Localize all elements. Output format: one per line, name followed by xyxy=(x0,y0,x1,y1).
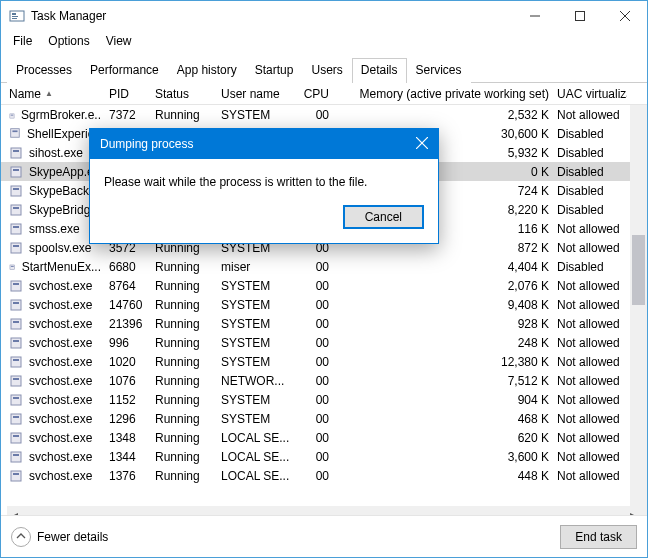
process-pid: 14760 xyxy=(107,298,153,312)
process-memory: 248 K xyxy=(335,336,555,350)
table-row[interactable]: svchost.exe1376RunningLOCAL SE...00448 K… xyxy=(1,466,647,485)
svg-rect-30 xyxy=(11,319,21,329)
dialog-title: Dumping process xyxy=(100,137,193,151)
process-name: SgrmBroker.e.. xyxy=(21,108,101,122)
dialog-titlebar[interactable]: Dumping process xyxy=(90,129,438,159)
svg-rect-33 xyxy=(13,340,19,342)
process-status: Running xyxy=(153,260,219,274)
process-cpu: 00 xyxy=(297,469,335,483)
process-pid: 8764 xyxy=(107,279,153,293)
tab-strip: Processes Performance App history Startu… xyxy=(1,51,647,83)
fewer-details-button[interactable]: Fewer details xyxy=(11,527,108,547)
svg-rect-3 xyxy=(12,18,17,19)
menu-view[interactable]: View xyxy=(98,32,140,50)
process-user: SYSTEM xyxy=(219,279,297,293)
process-name: svchost.exe xyxy=(29,317,92,331)
svg-rect-16 xyxy=(11,186,21,196)
process-name: spoolsv.exe xyxy=(29,241,91,255)
col-header-cpu[interactable]: CPU xyxy=(297,87,335,101)
process-uac: Not allowed xyxy=(555,412,627,426)
tab-startup[interactable]: Startup xyxy=(246,58,303,83)
minimize-button[interactable] xyxy=(512,1,557,31)
col-header-status[interactable]: Status xyxy=(153,87,219,101)
end-task-button[interactable]: End task xyxy=(560,525,637,549)
process-uac: Not allowed xyxy=(555,393,627,407)
table-row[interactable]: svchost.exe1076RunningNETWOR...007,512 K… xyxy=(1,371,647,390)
tab-services[interactable]: Services xyxy=(407,58,471,83)
process-name: svchost.exe xyxy=(29,374,92,388)
process-uac: Not allowed xyxy=(555,317,627,331)
process-status: Running xyxy=(153,450,219,464)
svg-rect-45 xyxy=(13,454,19,456)
process-name: svchost.exe xyxy=(29,412,92,426)
svg-rect-9 xyxy=(11,114,14,115)
process-uac: Not allowed xyxy=(555,298,627,312)
process-status: Running xyxy=(153,336,219,350)
process-uac: Not allowed xyxy=(555,336,627,350)
process-status: Running xyxy=(153,412,219,426)
menu-options[interactable]: Options xyxy=(40,32,97,50)
process-name: svchost.exe xyxy=(29,336,92,350)
table-row[interactable]: svchost.exe8764RunningSYSTEM002,076 KNot… xyxy=(1,276,647,295)
process-memory: 2,076 K xyxy=(335,279,555,293)
process-user: SYSTEM xyxy=(219,317,297,331)
svg-rect-15 xyxy=(13,169,19,171)
col-header-uac[interactable]: UAC virtualizat xyxy=(555,87,627,101)
table-row[interactable]: svchost.exe1344RunningLOCAL SE...003,600… xyxy=(1,447,647,466)
dialog-cancel-button[interactable]: Cancel xyxy=(343,205,424,229)
vertical-scrollbar[interactable] xyxy=(630,105,647,523)
process-uac: Not allowed xyxy=(555,241,627,255)
process-status: Running xyxy=(153,298,219,312)
svg-rect-22 xyxy=(11,243,21,253)
process-cpu: 00 xyxy=(297,298,335,312)
svg-rect-43 xyxy=(13,435,19,437)
table-row[interactable]: SgrmBroker.e..7372RunningSYSTEM002,532 K… xyxy=(1,105,647,124)
chevron-up-icon xyxy=(11,527,31,547)
scroll-thumb[interactable] xyxy=(632,235,645,305)
col-header-memory[interactable]: Memory (active private working set) xyxy=(335,87,555,101)
table-row[interactable]: svchost.exe1152RunningSYSTEM00904 KNot a… xyxy=(1,390,647,409)
process-memory: 2,532 K xyxy=(335,108,555,122)
process-cpu: 00 xyxy=(297,260,335,274)
table-row[interactable]: svchost.exe1348RunningLOCAL SE...00620 K… xyxy=(1,428,647,447)
tab-users[interactable]: Users xyxy=(302,58,351,83)
process-cpu: 00 xyxy=(297,279,335,293)
tab-processes[interactable]: Processes xyxy=(7,58,81,83)
col-header-pid[interactable]: PID xyxy=(107,87,153,101)
column-headers: Name▲ PID Status User name CPU Memory (a… xyxy=(1,83,647,105)
menu-file[interactable]: File xyxy=(5,32,40,50)
process-user: SYSTEM xyxy=(219,355,297,369)
process-status: Running xyxy=(153,317,219,331)
dialog-message: Please wait while the process is written… xyxy=(90,159,438,197)
svg-rect-47 xyxy=(13,473,19,475)
table-row[interactable]: svchost.exe21396RunningSYSTEM00928 KNot … xyxy=(1,314,647,333)
table-row[interactable]: svchost.exe1296RunningSYSTEM00468 KNot a… xyxy=(1,409,647,428)
svg-rect-17 xyxy=(13,188,19,190)
process-user: LOCAL SE... xyxy=(219,469,297,483)
process-uac: Not allowed xyxy=(555,279,627,293)
process-user: LOCAL SE... xyxy=(219,431,297,445)
tab-app-history[interactable]: App history xyxy=(168,58,246,83)
process-status: Running xyxy=(153,374,219,388)
table-row[interactable]: svchost.exe996RunningSYSTEM00248 KNot al… xyxy=(1,333,647,352)
process-uac: Disabled xyxy=(555,260,627,274)
dialog-close-button[interactable] xyxy=(388,137,428,152)
process-cpu: 00 xyxy=(297,393,335,407)
tab-details[interactable]: Details xyxy=(352,58,407,83)
app-icon xyxy=(9,8,25,24)
process-icon xyxy=(9,184,23,198)
svg-rect-1 xyxy=(12,13,16,15)
table-row[interactable]: StartMenuEx...6680Runningmiser004,404 KD… xyxy=(1,257,647,276)
col-header-name[interactable]: Name▲ xyxy=(7,87,107,101)
tab-performance[interactable]: Performance xyxy=(81,58,168,83)
close-button[interactable] xyxy=(602,1,647,31)
table-row[interactable]: svchost.exe14760RunningSYSTEM009,408 KNo… xyxy=(1,295,647,314)
process-status: Running xyxy=(153,108,219,122)
process-uac: Not allowed xyxy=(555,450,627,464)
process-user: SYSTEM xyxy=(219,412,297,426)
table-row[interactable]: svchost.exe1020RunningSYSTEM0012,380 KNo… xyxy=(1,352,647,371)
process-uac: Disabled xyxy=(555,127,627,141)
svg-rect-2 xyxy=(12,16,18,17)
col-header-user[interactable]: User name xyxy=(219,87,297,101)
maximize-button[interactable] xyxy=(557,1,602,31)
